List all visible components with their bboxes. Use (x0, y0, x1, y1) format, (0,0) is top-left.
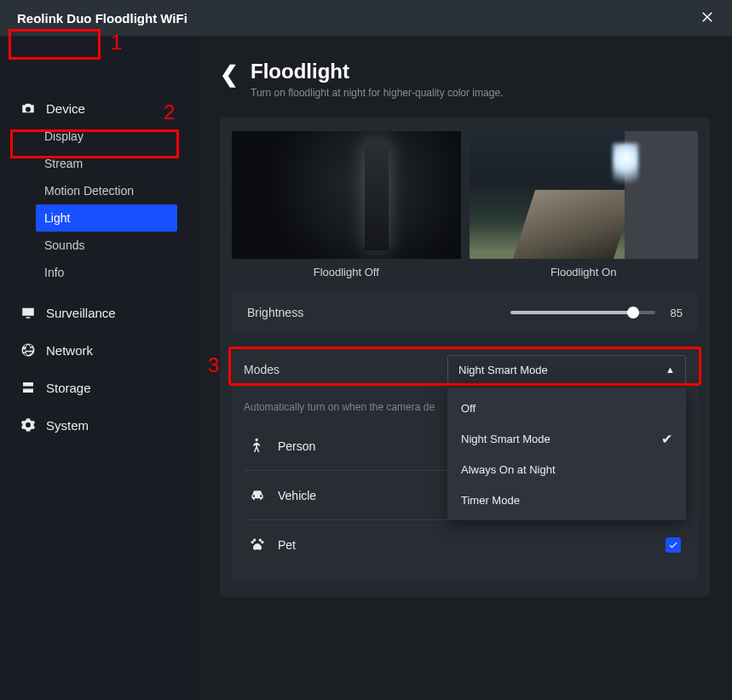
sidebar-group-system[interactable]: System (19, 410, 198, 439)
vehicle-icon (249, 487, 266, 504)
storage-icon (20, 380, 36, 395)
back-icon[interactable]: ❮ (220, 61, 239, 88)
sidebar: 1 2 Device Display Stream Motion Detecti… (0, 36, 198, 700)
modes-option-night-smart[interactable]: Night Smart Mode ✔ (447, 423, 686, 454)
pet-icon (249, 536, 266, 554)
sidebar-group-surveillance[interactable]: Surveillance (19, 298, 198, 327)
check-icon: ✔ (661, 431, 672, 447)
sidebar-group-storage-label: Storage (46, 381, 91, 395)
sidebar-item-info[interactable]: Info (19, 259, 198, 286)
chevron-up-icon: ▲ (666, 364, 675, 375)
page-title: Floodlight (251, 60, 503, 83)
modes-dropdown: Off Night Smart Mode ✔ Always On at Nigh… (447, 387, 686, 520)
preview-on-image (470, 131, 699, 259)
preview-on[interactable]: Floodlight On (470, 131, 699, 278)
sidebar-group-device-label: Device (46, 101, 85, 116)
floodlight-panel: Floodlight Off Floodlight On Brightness (220, 118, 710, 597)
camera-icon (20, 100, 36, 116)
brightness-slider[interactable] (510, 311, 655, 314)
annotation-number-3: 3 (208, 353, 219, 377)
sidebar-item-motion-detection[interactable]: Motion Detection (19, 177, 198, 204)
modes-select-value: Night Smart Mode (458, 364, 548, 376)
modes-option-always-on[interactable]: Always On at Night (447, 454, 686, 485)
sidebar-group-network-label: Network (46, 343, 93, 358)
sidebar-item-display[interactable]: Display (19, 123, 198, 150)
sidebar-group-network[interactable]: Network (19, 336, 198, 364)
sidebar-group-device[interactable]: Device (19, 94, 198, 123)
monitor-icon (20, 305, 36, 320)
brightness-label: Brightness (247, 306, 303, 319)
globe-icon (20, 342, 36, 358)
detect-row-pet[interactable]: Pet (244, 520, 686, 570)
detect-label-pet: Pet (278, 538, 296, 552)
brightness-row: Brightness 85 (232, 292, 698, 333)
sidebar-group-system-label: System (46, 418, 89, 433)
pet-checkbox[interactable] (666, 537, 681, 553)
preview-on-label: Floodlight On (550, 266, 616, 278)
page-subtitle: Turn on floodlight at night for higher-q… (251, 87, 503, 99)
sidebar-item-light[interactable]: Light (36, 204, 177, 232)
close-icon[interactable] (700, 7, 715, 29)
modes-select[interactable]: Night Smart Mode ▲ (447, 355, 686, 384)
sidebar-item-stream[interactable]: Stream (19, 150, 198, 177)
main-content: ❮ Floodlight Turn on floodlight at night… (198, 36, 732, 700)
modes-row: Modes Night Smart Mode ▲ (232, 348, 698, 391)
modes-option-timer[interactable]: Timer Mode (447, 485, 686, 515)
modes-label: Modes (244, 363, 280, 376)
gear-icon (20, 417, 36, 433)
preview-off-image (232, 131, 461, 259)
preview-off[interactable]: Floodlight Off (232, 131, 461, 278)
sidebar-item-sounds[interactable]: Sounds (19, 232, 198, 259)
modes-option-off[interactable]: Off (447, 393, 686, 423)
detect-label-vehicle: Vehicle (278, 489, 316, 502)
sidebar-group-surveillance-label: Surveillance (46, 306, 116, 320)
detect-label-person: Person (278, 439, 315, 453)
sidebar-group-storage[interactable]: Storage (19, 373, 198, 402)
person-icon (249, 438, 266, 455)
preview-off-label: Floodlight Off (314, 266, 379, 278)
brightness-value: 85 (671, 307, 683, 319)
titlebar: Reolink Duo Floodlight WiFi (0, 0, 732, 36)
window-title: Reolink Duo Floodlight WiFi (17, 11, 187, 26)
